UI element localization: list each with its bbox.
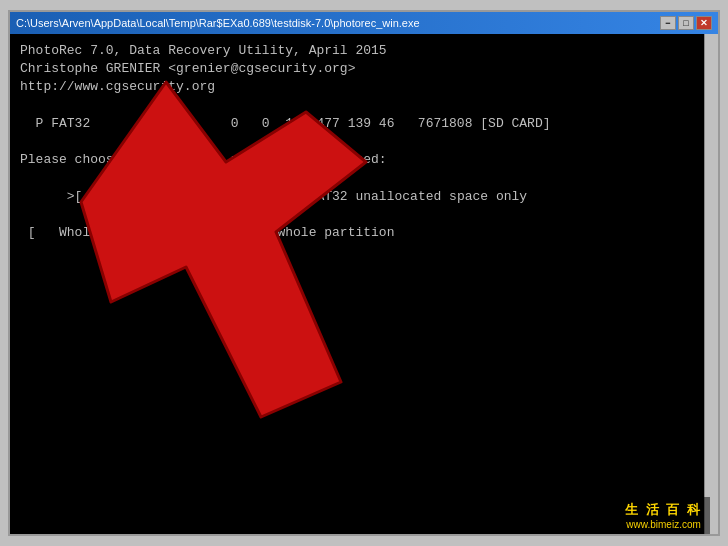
terminal-line-5: P FAT32 0 0 1 477 139 46 7671808 [SD CAR… — [20, 115, 708, 133]
watermark-url: www.bimeiz.com — [625, 519, 702, 530]
close-button[interactable]: ✕ — [696, 16, 712, 30]
title-bar-text: C:\Users\Arven\AppData\Local\Temp\Rar$EX… — [16, 17, 420, 29]
maximize-button[interactable]: □ — [678, 16, 694, 30]
terminal-line-3: http://www.cgsecurity.org — [20, 78, 708, 96]
terminal-line-7: Please choose if all space need to be an… — [20, 151, 708, 169]
option-free-selected[interactable]: Free — [90, 189, 137, 204]
option-free-prefix: >[ — [67, 189, 90, 204]
terminal-line-4 — [20, 97, 708, 115]
watermark: 生 活 百 科 www.bimeiz.com — [617, 497, 710, 534]
terminal-line-2: Christophe GRENIER <grenier@cgsecurity.o… — [20, 60, 708, 78]
terminal-line-9[interactable]: [ Whole ] Extract files from whole parti… — [20, 224, 708, 242]
minimize-button[interactable]: − — [660, 16, 676, 30]
title-bar: C:\Users\Arven\AppData\Local\Temp\Rar$EX… — [10, 12, 718, 34]
title-bar-buttons: − □ ✕ — [660, 16, 712, 30]
watermark-chinese: 生 活 百 科 — [625, 501, 702, 519]
terminal-line-6 — [20, 133, 708, 151]
terminal-output: PhotoRec 7.0, Data Recovery Utility, Apr… — [10, 34, 718, 534]
terminal-line-1: PhotoRec 7.0, Data Recovery Utility, Apr… — [20, 42, 708, 60]
scrollbar[interactable] — [704, 34, 718, 534]
option-free-suffix: ] Scan for file from FAT32 unallocated s… — [137, 189, 527, 204]
terminal-line-8[interactable]: >[ Free ] Scan for file from FAT32 unall… — [20, 169, 708, 224]
application-window: C:\Users\Arven\AppData\Local\Temp\Rar$EX… — [8, 10, 720, 536]
